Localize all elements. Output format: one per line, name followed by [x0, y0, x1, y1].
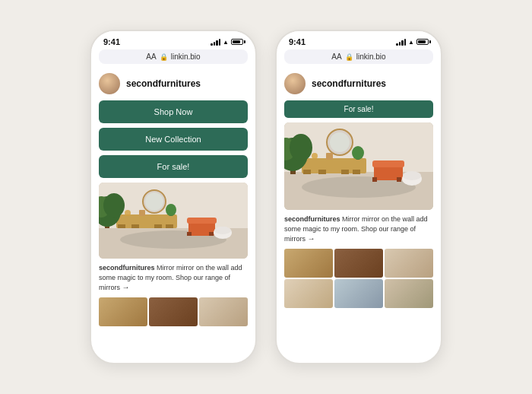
thumb-2-1[interactable] [284, 249, 333, 278]
profile-name-2: secondfurnitures [312, 78, 386, 89]
svg-rect-7 [166, 224, 173, 228]
svg-point-45 [352, 146, 364, 160]
svg-rect-36 [372, 177, 377, 182]
room-image-2 [284, 122, 433, 210]
signal-icon-1 [211, 39, 220, 46]
svg-point-22 [125, 210, 131, 216]
room-scene-svg-2 [284, 122, 433, 210]
svg-rect-11 [187, 218, 217, 224]
svg-rect-35 [372, 160, 404, 167]
browser-aa-2: AA [331, 52, 341, 61]
profile-name-1: secondfurnitures [126, 78, 201, 89]
thumb-grid-1 [99, 297, 248, 326]
svg-rect-23 [139, 210, 145, 216]
svg-rect-29 [318, 170, 326, 174]
svg-rect-12 [187, 232, 192, 236]
status-icons-1: ▲ [211, 39, 243, 46]
svg-rect-6 [154, 224, 162, 228]
room-scene-svg-1 [99, 183, 248, 259]
phone1-content: secondfurnitures Shop Now New Collection… [91, 68, 255, 363]
wifi-icon-2: ▲ [408, 39, 414, 46]
svg-point-46 [312, 153, 318, 159]
svg-rect-28 [303, 170, 311, 174]
caption-arrow-2: → [308, 234, 315, 243]
status-icons-2: ▲ [396, 39, 429, 46]
svg-point-19 [103, 193, 125, 218]
svg-point-21 [166, 204, 176, 216]
battery-icon-1 [231, 39, 243, 45]
thumb-2-6[interactable] [385, 279, 433, 308]
browser-bar-2[interactable]: AA 🔒 linkin.bio [284, 49, 433, 64]
svg-rect-5 [131, 224, 139, 228]
lock-icon-1: 🔒 [160, 53, 168, 61]
thumb-2-3[interactable] [385, 249, 433, 278]
caption-arrow-1: → [122, 283, 130, 291]
phone-2: 9:41 ▲ AA 🔒 linkin.bio [275, 30, 442, 364]
svg-rect-37 [397, 177, 401, 182]
avatar-2 [284, 73, 306, 94]
for-sale-badge-2[interactable]: For sale! [284, 100, 433, 118]
phones-container: 9:41 ▲ AA 🔒 linkin.bio [90, 30, 442, 364]
browser-url-1: linkin.bio [171, 52, 201, 61]
post-caption-2: secondfurnitures Mirror mirror on the wa… [284, 214, 433, 244]
thumb-1[interactable] [99, 297, 147, 326]
room-image-1 [99, 183, 248, 259]
thumb-2-2[interactable] [334, 249, 383, 278]
browser-url-2: linkin.bio [356, 52, 386, 61]
browser-bar-1[interactable]: AA 🔒 linkin.bio [99, 49, 248, 64]
browser-aa-1: AA [146, 52, 156, 61]
svg-rect-30 [341, 170, 349, 174]
lock-icon-2: 🔒 [345, 53, 353, 61]
profile-row-2: secondfurnitures [284, 68, 433, 100]
svg-point-39 [403, 171, 421, 180]
status-bar-2: 9:41 ▲ [277, 31, 441, 49]
svg-point-33 [330, 132, 350, 152]
for-sale-button[interactable]: For sale! [99, 155, 248, 178]
svg-point-15 [214, 227, 231, 234]
svg-rect-47 [326, 153, 333, 160]
caption-username-2: secondfurnitures [284, 215, 340, 223]
thumb-2-4[interactable] [284, 279, 333, 308]
profile-row-1: secondfurnitures [99, 68, 248, 100]
phone-1: 9:41 ▲ AA 🔒 linkin.bio [90, 30, 257, 364]
thumb-3[interactable] [199, 297, 248, 326]
status-time-1: 9:41 [103, 37, 120, 46]
wifi-icon-1: ▲ [223, 39, 229, 46]
svg-rect-4 [118, 224, 125, 228]
svg-point-9 [145, 192, 163, 211]
thumb-2[interactable] [149, 297, 198, 326]
shop-now-button[interactable]: Shop Now [99, 100, 248, 123]
svg-point-43 [290, 134, 312, 161]
svg-rect-13 [209, 232, 214, 236]
status-bar-1: 9:41 ▲ [91, 31, 255, 49]
new-collection-button[interactable]: New Collection [99, 128, 248, 151]
thumb-grid-2 [284, 249, 433, 308]
phone2-content: secondfurnitures For sale! [277, 68, 441, 363]
caption-username-1: secondfurnitures [99, 264, 155, 272]
avatar-1 [99, 73, 120, 94]
status-time-2: 9:41 [289, 37, 306, 46]
thumb-2-5[interactable] [334, 279, 383, 308]
signal-icon-2 [396, 39, 406, 46]
battery-icon-2 [416, 39, 429, 45]
post-caption-1: secondfurnitures Mirror mirror on the wa… [99, 263, 248, 293]
svg-rect-31 [353, 170, 360, 174]
